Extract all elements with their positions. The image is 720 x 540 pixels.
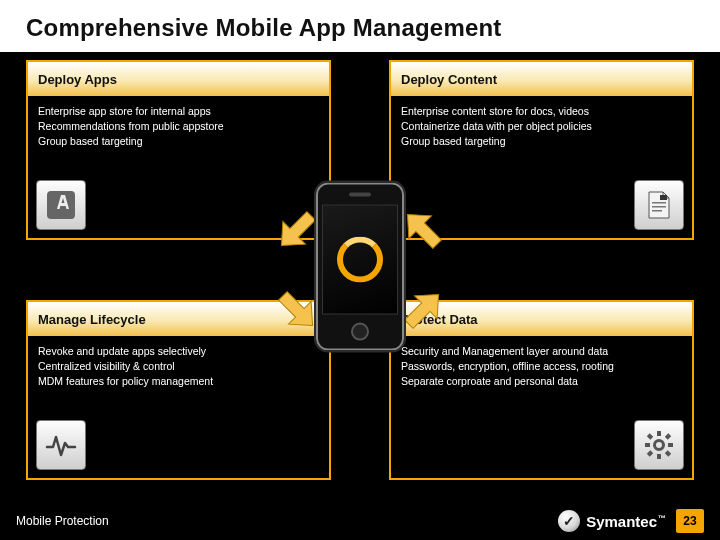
panel-heading: Deploy Apps <box>28 62 329 96</box>
svg-rect-7 <box>645 443 650 447</box>
svg-rect-3 <box>652 210 662 212</box>
svg-rect-10 <box>665 450 671 456</box>
panel-protect-data: Protect Data Security and Management lay… <box>389 300 694 480</box>
ring-icon <box>337 237 383 283</box>
svg-rect-11 <box>665 433 671 439</box>
check-circle-icon: ✓ <box>558 510 580 532</box>
panel-body: Enterprise content store for docs, video… <box>391 96 692 158</box>
panel-heading: Deploy Content <box>391 62 692 96</box>
phone-graphic <box>314 181 406 353</box>
panel-body: Security and Management layer around dat… <box>391 336 692 398</box>
svg-rect-1 <box>652 202 666 204</box>
brand-logo: ✓ Symantec™ <box>558 510 666 532</box>
panel-body: Revoke and update apps selectively Centr… <box>28 336 329 398</box>
svg-rect-2 <box>652 206 666 208</box>
svg-rect-6 <box>657 454 661 459</box>
footer-left: Mobile Protection <box>16 514 109 528</box>
panel-body: Enterprise app store for internal apps R… <box>28 96 329 158</box>
svg-rect-8 <box>668 443 673 447</box>
gear-icon <box>634 420 684 470</box>
slide-stage: Deploy Apps Enterprise app store for int… <box>26 60 694 480</box>
pulse-icon <box>36 420 86 470</box>
slide-footer: Mobile Protection ✓ Symantec™ 23 <box>0 502 720 540</box>
slide-title: Comprehensive Mobile App Management <box>0 0 720 52</box>
svg-rect-4 <box>660 195 667 200</box>
appstore-icon <box>36 180 86 230</box>
svg-rect-9 <box>647 433 653 439</box>
document-icon <box>634 180 684 230</box>
svg-rect-12 <box>647 450 653 456</box>
page-number: 23 <box>676 509 704 533</box>
svg-rect-5 <box>657 431 661 436</box>
